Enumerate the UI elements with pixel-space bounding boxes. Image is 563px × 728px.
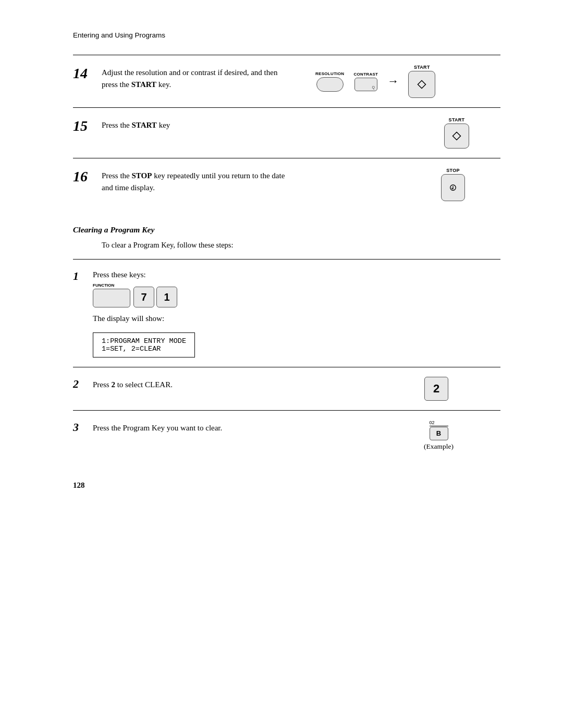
- display-line1: 1:PROGRAM ENTRY MODE: [102, 337, 186, 345]
- contrast-key: Q: [354, 78, 377, 91]
- breadcrumb: Entering and Using Programs: [73, 31, 500, 39]
- step-14-visual: RESOLUTION CONTRAST Q → START: [315, 65, 435, 98]
- stop-label: STOP: [446, 168, 460, 173]
- example-text: (Example): [424, 442, 454, 451]
- start-key-14: [408, 71, 435, 98]
- stop-key: [441, 174, 465, 201]
- clear-step-3-text: Press the Program Key you want to clear.: [93, 420, 286, 434]
- step-15-row: 15 Press the START key START: [73, 107, 500, 158]
- contrast-label: CONTRAST: [353, 72, 378, 77]
- clearing-heading: Clearing a Program Key: [73, 225, 500, 235]
- program-key-example: 02 B: [430, 420, 448, 440]
- step-16-text: Press the STOP key repeatedly until you …: [102, 168, 295, 194]
- step-16-row: 16 Press the STOP key repeatedly until y…: [73, 158, 500, 211]
- svg-marker-0: [418, 81, 426, 89]
- clear-step-1-line1: Press these keys:: [93, 269, 500, 281]
- start-label-15: START: [449, 117, 465, 122]
- step-16-number: 16: [73, 168, 102, 185]
- clearing-section: Clearing a Program Key To clear a Progra…: [73, 225, 500, 460]
- clearing-intro: To clear a Program Key, follow these ste…: [102, 241, 500, 250]
- step-15-text: Press the START key: [102, 117, 295, 131]
- step-15-visual: START: [444, 117, 469, 149]
- clear-step-3-number: 3: [73, 420, 93, 434]
- function-label: FUNCTION: [93, 283, 114, 288]
- key-7: 7: [133, 287, 154, 307]
- prog-key-b: B: [430, 427, 448, 440]
- step-16-visual: STOP: [441, 168, 465, 201]
- clear-step-3-line1: Press the Program Key you want to clear.: [93, 424, 222, 432]
- start-label-14: START: [414, 65, 430, 70]
- diamond-icon-14: [417, 79, 427, 90]
- clear-step-1-text: Press these keys: FUNCTION 7 1 The displ…: [93, 269, 500, 357]
- display-box: 1:PROGRAM ENTRY MODE 1=SET, 2=CLEAR: [93, 332, 195, 357]
- clear-step-2-text: Press 2 to select CLEAR.: [93, 377, 286, 391]
- step-14-text: Adjust the resolution and or contrast if…: [102, 65, 295, 91]
- page-number: 128: [73, 481, 500, 490]
- step-14-number: 14: [73, 65, 102, 82]
- function-key-btn: [93, 289, 130, 307]
- clear-step-1-number: 1: [73, 269, 93, 282]
- svg-marker-1: [453, 132, 461, 140]
- prog-key-label: 02: [430, 420, 448, 426]
- display-line2: 1=SET, 2=CLEAR: [102, 345, 161, 353]
- key-1: 1: [156, 287, 177, 307]
- resolution-key: [316, 77, 344, 92]
- resolution-label: RESOLUTION: [315, 71, 344, 76]
- clear-step-2-row: 2 Press 2 to select CLEAR. 2: [73, 367, 500, 410]
- arrow-icon: →: [387, 75, 399, 88]
- key-2: 2: [424, 377, 448, 401]
- clear-step-2-visual: 2: [424, 377, 448, 401]
- clear-step-3-row: 3 Press the Program Key you want to clea…: [73, 410, 500, 460]
- clear-step-2-number: 2: [73, 377, 93, 390]
- stop-icon: [448, 183, 458, 192]
- start-key-15: [444, 124, 469, 149]
- clear-step-1-line2: The display will show:: [93, 313, 500, 325]
- step-15-number: 15: [73, 117, 102, 134]
- clear-step-1-row: 1 Press these keys: FUNCTION 7 1 The dis…: [73, 259, 500, 367]
- step-14-row: 14 Adjust the resolution and or contrast…: [73, 55, 500, 107]
- function-keys-area: FUNCTION 7 1: [93, 283, 500, 307]
- clear-step-3-visual: 02 B (Example): [424, 420, 454, 451]
- diamond-icon-15: [451, 131, 462, 141]
